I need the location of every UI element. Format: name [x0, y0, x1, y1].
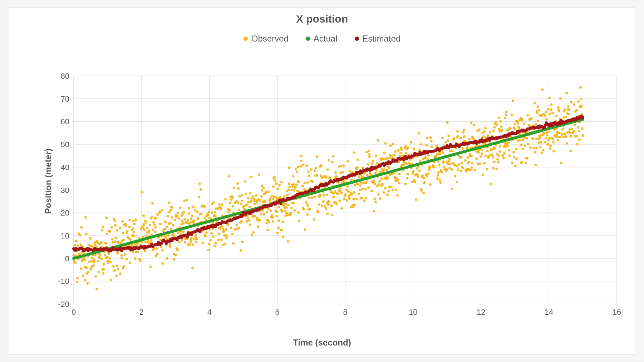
- svg-point-1500: [568, 108, 571, 111]
- svg-point-666: [285, 203, 287, 205]
- svg-point-428: [204, 217, 206, 219]
- svg-point-925: [373, 210, 375, 212]
- svg-point-943: [379, 197, 381, 200]
- svg-point-948: [380, 177, 383, 180]
- svg-point-526: [237, 187, 240, 190]
- svg-point-576: [254, 203, 257, 205]
- svg-point-985: [393, 154, 395, 156]
- svg-point-87: [88, 260, 90, 263]
- svg-point-1220: [473, 124, 476, 126]
- svg-point-1478: [561, 133, 563, 136]
- svg-point-1173: [457, 168, 459, 171]
- svg-point-594: [260, 195, 263, 198]
- svg-point-498: [228, 175, 230, 178]
- svg-point-1092: [429, 136, 432, 139]
- svg-point-596: [261, 189, 264, 192]
- svg-point-1059: [418, 169, 421, 172]
- svg-point-1239: [480, 155, 482, 158]
- svg-point-731: [307, 205, 309, 208]
- svg-point-1351: [517, 126, 520, 128]
- svg-point-789: [326, 168, 329, 171]
- svg-point-361: [181, 219, 184, 222]
- svg-point-1222: [473, 169, 476, 171]
- svg-point-610: [266, 211, 268, 213]
- svg-point-155: [111, 238, 114, 240]
- svg-point-1492: [565, 92, 568, 95]
- chart-frame: X position Observed Actual Estimated Pos…: [9, 8, 635, 354]
- svg-point-429: [204, 235, 207, 237]
- svg-point-907: [367, 163, 369, 166]
- svg-point-352: [178, 241, 181, 243]
- svg-point-743: [311, 197, 313, 199]
- svg-point-511: [232, 242, 235, 245]
- svg-point-390: [191, 214, 193, 217]
- svg-point-758: [316, 155, 319, 158]
- svg-point-677: [289, 186, 291, 188]
- svg-point-1200: [466, 146, 469, 149]
- svg-point-185: [121, 220, 124, 222]
- svg-point-1259: [486, 150, 489, 152]
- svg-point-938: [377, 193, 380, 196]
- svg-point-1345: [515, 158, 518, 160]
- svg-point-616: [268, 220, 270, 223]
- svg-point-386: [190, 217, 192, 220]
- svg-point-645: [277, 219, 280, 222]
- svg-point-1302: [501, 129, 503, 131]
- svg-point-729: [306, 213, 309, 216]
- svg-point-1315: [505, 111, 508, 113]
- svg-point-397: [193, 238, 196, 241]
- svg-point-1068: [421, 174, 424, 177]
- svg-point-440: [208, 243, 211, 245]
- svg-point-249: [143, 228, 146, 231]
- svg-point-1072: [423, 177, 425, 179]
- svg-point-325: [169, 243, 171, 246]
- svg-point-1255: [485, 155, 487, 157]
- svg-point-687: [292, 175, 294, 178]
- svg-point-761: [317, 210, 320, 213]
- svg-point-812: [334, 172, 337, 174]
- svg-point-128: [102, 272, 104, 275]
- svg-point-764: [318, 203, 320, 206]
- svg-point-368: [183, 218, 186, 221]
- svg-point-1446: [550, 108, 552, 111]
- svg-point-1246: [482, 173, 484, 176]
- svg-point-953: [382, 158, 385, 160]
- svg-point-334: [172, 224, 174, 227]
- svg-point-1323: [508, 149, 510, 151]
- svg-point-1415: [539, 146, 542, 148]
- svg-point-874: [355, 198, 358, 201]
- svg-point-853: [348, 197, 351, 200]
- svg-point-1529: [578, 130, 580, 132]
- svg-point-459: [215, 241, 217, 244]
- svg-point-1474: [559, 97, 562, 100]
- svg-point-657: [282, 221, 284, 223]
- svg-point-78: [85, 232, 88, 235]
- svg-point-426: [203, 205, 206, 208]
- svg-point-248: [143, 223, 145, 226]
- svg-point-1094: [430, 140, 433, 143]
- svg-point-1332: [511, 161, 513, 164]
- svg-point-1399: [534, 151, 536, 154]
- svg-point-236: [139, 260, 141, 262]
- svg-point-1025: [407, 146, 409, 149]
- svg-point-909: [367, 186, 370, 189]
- svg-text:60: 60: [61, 117, 69, 126]
- svg-point-1128: [442, 151, 444, 154]
- svg-point-2597: [543, 126, 546, 129]
- svg-point-133: [104, 254, 106, 256]
- svg-point-854: [349, 170, 351, 172]
- svg-point-1497: [567, 105, 570, 108]
- svg-point-931: [375, 154, 377, 157]
- svg-point-1281: [494, 147, 496, 150]
- svg-point-653: [280, 181, 283, 183]
- svg-point-974: [389, 145, 392, 147]
- svg-point-1491: [565, 135, 567, 138]
- svg-point-124: [100, 258, 103, 260]
- svg-point-928: [374, 183, 376, 185]
- svg-point-295: [159, 211, 161, 213]
- svg-point-867: [353, 191, 355, 194]
- svg-point-559: [249, 206, 251, 208]
- svg-point-1359: [520, 144, 523, 146]
- svg-point-192: [124, 253, 126, 256]
- svg-point-570: [252, 231, 255, 233]
